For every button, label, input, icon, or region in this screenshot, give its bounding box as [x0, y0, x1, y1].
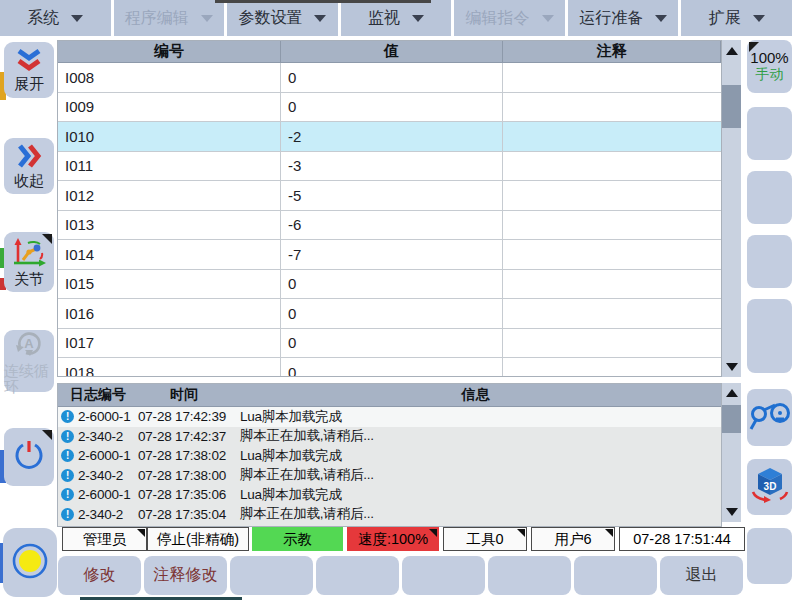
- column-header-value: 值: [281, 41, 503, 62]
- log-row[interactable]: !2-6000-107-28 17:42:39Lua脚本加载完成: [58, 407, 721, 427]
- io-cell-number: I013: [58, 211, 281, 240]
- io-cell-number: I014: [58, 240, 281, 269]
- io-row-I014[interactable]: I014-7: [58, 240, 721, 270]
- log-row[interactable]: !2-6000-107-28 17:38:02Lua脚本加载完成: [58, 446, 721, 466]
- io-cell-number: I009: [58, 93, 281, 122]
- scroll-up-button[interactable]: [722, 40, 741, 61]
- power-button[interactable]: [4, 428, 54, 486]
- status-mode-teach[interactable]: 示教: [252, 527, 343, 551]
- right-blank-button[interactable]: [747, 235, 792, 288]
- continuous-cycle-button: A 连续循环: [4, 330, 54, 392]
- log-row[interactable]: !2-340-207-28 17:42:37脚本正在加载,请稍后...: [58, 427, 721, 447]
- io-row-I012[interactable]: I012-5: [58, 181, 721, 211]
- menu-item-extend[interactable]: 扩展: [681, 0, 792, 36]
- servo-enable-button[interactable]: [3, 528, 57, 597]
- io-cell-value: 0: [281, 63, 503, 92]
- log-row[interactable]: !2-340-207-28 17:35:04脚本正在加载,请稍后...: [58, 505, 721, 525]
- menu-item-run-prepare[interactable]: 运行准备: [568, 0, 679, 36]
- jog-robot-button[interactable]: [747, 389, 792, 446]
- right-blank-button[interactable]: [747, 171, 792, 224]
- io-cell-comment: [503, 240, 721, 269]
- menu-item-edit-instruction: 编辑指令: [454, 0, 565, 36]
- svg-text:3D: 3D: [763, 481, 776, 492]
- menu-label: 系统: [27, 8, 59, 29]
- io-row-I008[interactable]: I0080: [58, 63, 721, 93]
- log-row[interactable]: !2-340-207-28 17:38:00脚本正在加载,请稍后...: [58, 466, 721, 486]
- right-blank-button[interactable]: [747, 528, 792, 584]
- cycle-icon: A: [12, 327, 46, 363]
- chevron-down-icon: [655, 15, 667, 22]
- info-icon: !: [61, 410, 74, 423]
- menu-item-param-settings[interactable]: 参数设置: [227, 0, 338, 36]
- scroll-down-button[interactable]: [722, 503, 741, 521]
- io-table-scrollbar[interactable]: [722, 40, 741, 377]
- log-cell-time: 07-28 17:42:37: [138, 429, 230, 444]
- scrollbar-thumb[interactable]: [722, 85, 741, 128]
- chevron-down-icon: [314, 15, 326, 22]
- fkey-blank: [230, 556, 313, 595]
- log-cell-message: 脚本正在加载,请稍后...: [230, 427, 721, 445]
- comment-modify-button[interactable]: 注释修改: [144, 556, 227, 595]
- scroll-up-button[interactable]: [722, 384, 741, 402]
- log-cell-id: !2-6000-1: [58, 448, 138, 463]
- io-variable-table: 编号 值 注释 I0080I0090I010-2I011-3I012-5I013…: [57, 40, 722, 377]
- menu-item-monitor[interactable]: 监视: [341, 0, 452, 36]
- log-cell-time: 07-28 17:42:39: [138, 409, 230, 424]
- down-arrow-icon: [726, 508, 738, 516]
- chevron-down-icon: [71, 15, 83, 22]
- menu-item-system[interactable]: 系统: [0, 0, 111, 36]
- log-row[interactable]: !2-6000-107-28 17:35:06Lua脚本加载完成: [58, 485, 721, 505]
- log-cell-message: Lua脚本加载完成: [230, 408, 721, 426]
- io-row-I017[interactable]: I0170: [58, 329, 721, 359]
- corner-marker: [749, 42, 759, 52]
- log-scrollbar[interactable]: [722, 383, 741, 522]
- log-cell-id: !2-6000-1: [58, 409, 138, 424]
- log-body: !2-6000-107-28 17:42:39Lua脚本加载完成!2-340-2…: [58, 407, 721, 527]
- exit-button[interactable]: 退出: [660, 556, 743, 595]
- status-speed[interactable]: 速度:100%: [347, 527, 439, 551]
- status-tool[interactable]: 工具0: [443, 527, 527, 551]
- io-cell-comment: [503, 152, 721, 181]
- io-row-I013[interactable]: I013-6: [58, 211, 721, 241]
- corner-marker: [137, 529, 145, 537]
- status-user-frame[interactable]: 用户6: [531, 527, 615, 551]
- io-cell-number: I017: [58, 329, 281, 358]
- io-cell-comment: [503, 63, 721, 92]
- scrollbar-thumb[interactable]: [722, 405, 741, 433]
- io-row-I009[interactable]: I0090: [58, 93, 721, 123]
- io-cell-value: 0: [281, 270, 503, 299]
- status-user-role[interactable]: 管理员: [62, 527, 147, 551]
- io-cell-value: 0: [281, 299, 503, 328]
- view-3d-button[interactable]: 3D: [747, 459, 792, 515]
- io-row-I016[interactable]: I0160: [58, 299, 721, 329]
- right-blank-button[interactable]: [747, 107, 792, 160]
- io-row-I010[interactable]: I010-2: [58, 122, 721, 152]
- expand-button[interactable]: 展开: [4, 42, 54, 98]
- log-id-text: 2-340-2: [78, 429, 123, 444]
- io-row-I018[interactable]: I0180: [58, 358, 721, 377]
- io-cell-comment: [503, 270, 721, 299]
- io-cell-number: I015: [58, 270, 281, 299]
- log-cell-time: 07-28 17:35:04: [138, 507, 230, 522]
- collapse-button[interactable]: 收起: [4, 138, 54, 194]
- joint-coord-button[interactable]: 关节: [4, 232, 54, 292]
- io-row-I015[interactable]: I0150: [58, 270, 721, 300]
- speed-mode-button[interactable]: 100% 手动: [747, 40, 792, 93]
- io-row-I011[interactable]: I011-3: [58, 152, 721, 182]
- io-cell-comment: [503, 211, 721, 240]
- log-column-time: 时间: [138, 386, 230, 404]
- power-icon: [11, 437, 47, 477]
- modify-button[interactable]: 修改: [58, 556, 141, 595]
- corner-marker: [429, 529, 437, 537]
- right-blank-button[interactable]: [747, 299, 792, 373]
- log-id-text: 2-6000-1: [78, 487, 130, 502]
- io-cell-value: -2: [281, 122, 503, 151]
- io-cell-number: I010: [58, 122, 281, 151]
- scroll-down-button[interactable]: [722, 356, 741, 377]
- fkey-blank: [574, 556, 657, 595]
- io-cell-value: -5: [281, 181, 503, 210]
- log-cell-time: 07-28 17:38:00: [138, 468, 230, 483]
- down-arrow-icon: [726, 363, 738, 371]
- collapse-icon: [15, 143, 43, 173]
- io-cell-value: -7: [281, 240, 503, 269]
